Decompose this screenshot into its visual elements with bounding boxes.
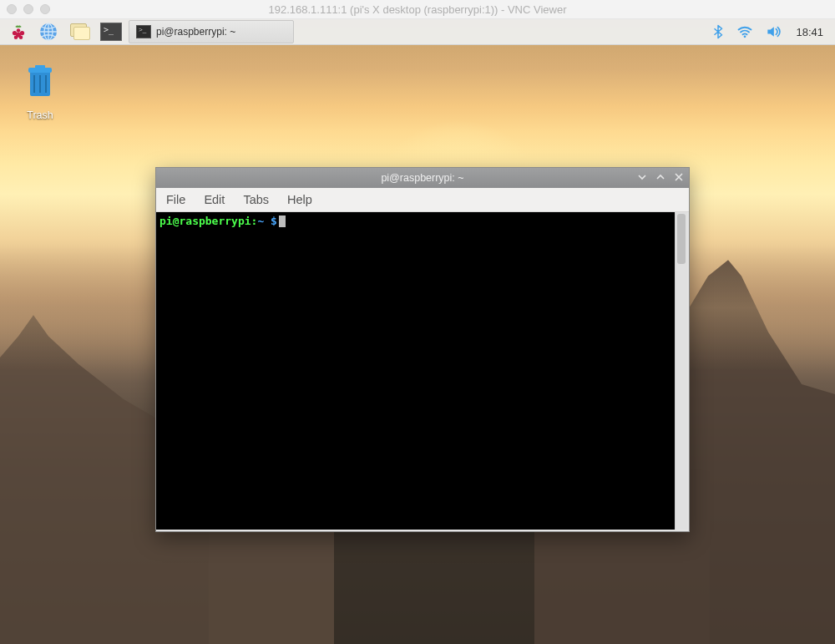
vnc-viewer-titlebar: 192.168.1.111:1 (pi's X desktop (raspber… — [0, 0, 835, 19]
vnc-window-title: 192.168.1.111:1 (pi's X desktop (raspber… — [268, 3, 566, 16]
terminal-scrollbar[interactable] — [675, 212, 687, 530]
taskbar: pi@raspberrypi: ~ 18:41 — [0, 19, 835, 45]
web-browser-launcher[interactable] — [35, 21, 62, 43]
desktop-trash[interactable]: Trash — [15, 61, 65, 121]
terminal-body[interactable]: pi@raspberrypi:~ $ — [156, 212, 675, 530]
bluetooth-tray[interactable] — [707, 21, 729, 43]
terminal-window-title: pi@raspberrypi: ~ — [381, 172, 463, 184]
globe-icon — [38, 22, 58, 42]
traffic-minimize-icon[interactable] — [23, 4, 33, 14]
prompt-symbol: $ — [271, 215, 277, 227]
speaker-icon — [764, 23, 782, 40]
terminal-icon — [136, 25, 151, 38]
start-menu-button[interactable] — [5, 21, 32, 43]
menu-file[interactable]: File — [164, 190, 187, 209]
taskbar-window-terminal[interactable]: pi@raspberrypi: ~ — [129, 20, 294, 43]
terminal-launcher[interactable] — [97, 21, 125, 43]
svg-point-2 — [20, 31, 24, 35]
terminal-titlebar[interactable]: pi@raspberrypi: ~ — [156, 168, 689, 188]
window-minimize-button[interactable] — [637, 172, 647, 184]
svg-point-5 — [17, 28, 21, 33]
raspberry-pi-icon — [8, 22, 28, 42]
trash-icon — [20, 61, 60, 101]
desktop-trash-label: Trash — [15, 109, 65, 121]
menu-edit[interactable]: Edit — [202, 190, 226, 209]
terminal-icon — [100, 23, 122, 41]
prompt-path: ~ — [257, 215, 264, 227]
svg-rect-11 — [35, 65, 45, 68]
window-maximize-button[interactable] — [655, 172, 665, 184]
chevron-up-icon — [655, 172, 665, 182]
svg-point-3 — [14, 36, 18, 40]
bluetooth-icon — [711, 23, 726, 40]
svg-point-4 — [19, 36, 23, 40]
wifi-tray[interactable] — [732, 21, 757, 43]
scrollbar-thumb[interactable] — [677, 214, 686, 264]
folders-icon — [68, 23, 90, 40]
terminal-window[interactable]: pi@raspberrypi: ~ File Edit Tabs Help pi — [155, 167, 690, 532]
traffic-zoom-icon[interactable] — [40, 4, 50, 14]
file-manager-launcher[interactable] — [65, 21, 94, 43]
mac-window-controls[interactable] — [7, 4, 50, 14]
raspbian-desktop[interactable]: pi@raspberrypi: ~ 18:41 — [0, 19, 835, 644]
window-close-button[interactable] — [674, 172, 684, 184]
close-icon — [674, 172, 684, 182]
traffic-close-icon[interactable] — [7, 4, 17, 14]
taskbar-clock[interactable]: 18:41 — [789, 26, 830, 38]
svg-point-1 — [13, 31, 17, 35]
svg-point-8 — [744, 36, 746, 38]
menu-help[interactable]: Help — [286, 190, 314, 209]
terminal-menubar: File Edit Tabs Help — [156, 188, 689, 212]
menu-tabs[interactable]: Tabs — [241, 190, 271, 209]
volume-tray[interactable] — [761, 21, 786, 43]
prompt-user-host: pi@raspberrypi: — [159, 215, 257, 227]
terminal-cursor — [279, 216, 286, 227]
taskbar-window-title: pi@raspberrypi: ~ — [156, 26, 235, 38]
wifi-icon — [736, 23, 754, 40]
chevron-down-icon — [637, 172, 647, 182]
